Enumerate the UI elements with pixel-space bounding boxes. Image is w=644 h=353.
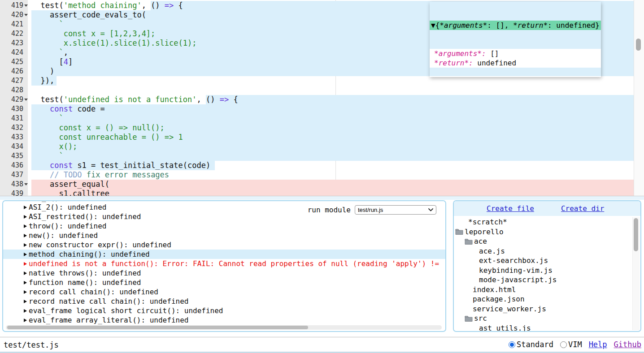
fold-arrow-icon[interactable] bbox=[24, 4, 28, 7]
editor-vertical-scrollbar[interactable] bbox=[634, 0, 644, 196]
test-result-item[interactable]: throw(): undefined bbox=[3, 221, 445, 231]
line-number[interactable]: 427 bbox=[0, 76, 28, 86]
inspector-entry[interactable]: *arguments*: [] bbox=[434, 49, 597, 58]
test-result-item[interactable]: record call chain(): undefined bbox=[3, 287, 445, 297]
file-tree-file[interactable]: index.html bbox=[454, 285, 632, 295]
file-tree-file[interactable]: ast_utils.js bbox=[454, 323, 632, 331]
test-result-item[interactable]: new constructor expr(): undefined bbox=[3, 240, 445, 250]
results-scrollbar-thumb[interactable] bbox=[7, 326, 308, 329]
code-line[interactable]: const x = () => null(); bbox=[28, 123, 634, 133]
file-tree-folder[interactable]: leporello bbox=[454, 227, 632, 237]
fold-arrow-icon[interactable] bbox=[24, 14, 28, 16]
line-number[interactable]: 429 bbox=[0, 95, 28, 104]
inspector-expanded-body: *arguments*: []*return*: undefined bbox=[430, 49, 601, 68]
line-number[interactable]: 424 bbox=[0, 48, 28, 57]
code-line[interactable]: ` bbox=[28, 151, 634, 161]
line-number[interactable]: 422 bbox=[0, 29, 28, 39]
create-dir-link[interactable]: Create dir bbox=[561, 204, 604, 213]
test-result-label: ASI_2(): undefined bbox=[29, 202, 106, 212]
expand-arrow-icon[interactable] bbox=[24, 224, 27, 228]
keybinding-vim-option[interactable]: VIM bbox=[560, 340, 582, 349]
line-number[interactable]: 430 bbox=[0, 104, 28, 114]
test-result-item[interactable]: new(): undefined bbox=[3, 231, 445, 240]
file-tree-folder[interactable]: src bbox=[454, 314, 632, 323]
code-line-text: x(); bbox=[28, 142, 634, 151]
expand-arrow-icon[interactable] bbox=[24, 262, 27, 266]
expand-arrow-icon[interactable] bbox=[24, 243, 27, 247]
test-result-label: eval_frame logical short circuit(): unde… bbox=[29, 306, 223, 315]
file-tree-scrollbar-thumb[interactable] bbox=[634, 218, 638, 251]
expand-arrow-icon[interactable] bbox=[24, 253, 27, 256]
code-line[interactable]: ` bbox=[28, 114, 634, 123]
test-result-item[interactable]: native throws(): undefined bbox=[3, 268, 445, 278]
standard-radio[interactable] bbox=[509, 341, 515, 348]
test-result-item[interactable]: function name(): undefined bbox=[3, 278, 445, 287]
github-link[interactable]: Github bbox=[614, 340, 641, 349]
line-number[interactable]: 435 bbox=[0, 151, 28, 161]
expand-arrow-icon[interactable] bbox=[24, 281, 27, 284]
line-number[interactable]: 426 bbox=[0, 67, 28, 76]
expand-arrow-icon[interactable] bbox=[24, 234, 27, 237]
expand-arrow-icon[interactable] bbox=[24, 319, 27, 322]
expand-arrow-icon[interactable] bbox=[24, 215, 27, 219]
test-result-item[interactable]: undefined is not a function(): Error: FA… bbox=[3, 259, 445, 268]
vim-radio[interactable] bbox=[560, 341, 567, 348]
expand-arrow-icon[interactable] bbox=[24, 271, 27, 275]
line-number[interactable]: 431 bbox=[0, 114, 28, 123]
inspector-collapsed-summary[interactable]: ▼{*arguments*: [], *return*: undefined} bbox=[430, 21, 601, 30]
code-line[interactable]: const unreachable = () => 1 bbox=[28, 133, 634, 142]
code-line[interactable] bbox=[28, 86, 634, 95]
keybinding-standard-option[interactable]: Standard bbox=[509, 340, 553, 349]
file-tree-file[interactable]: keybinding-vim.js bbox=[454, 266, 632, 276]
file-tree-file[interactable]: ext-searchbox.js bbox=[454, 256, 632, 266]
fold-arrow-icon[interactable] bbox=[24, 183, 28, 185]
line-number[interactable]: 436 bbox=[0, 161, 28, 170]
line-number[interactable]: 423 bbox=[0, 39, 28, 48]
file-tree-file[interactable]: ace.js bbox=[454, 246, 632, 256]
code-line[interactable]: const code = bbox=[28, 104, 634, 114]
code-line[interactable]: const s1 = test_initial_state(code) bbox=[28, 161, 634, 170]
code-line[interactable]: test('undefined is not a function', () =… bbox=[28, 95, 634, 104]
code-line[interactable]: }), bbox=[28, 76, 634, 86]
expand-arrow-icon[interactable] bbox=[24, 300, 27, 303]
line-number[interactable]: 421 bbox=[0, 20, 28, 29]
line-number[interactable]: 434 bbox=[0, 142, 28, 151]
line-number[interactable]: 425 bbox=[0, 57, 28, 67]
inspector-entry[interactable]: *return*: undefined bbox=[434, 58, 597, 68]
test-result-label: record call chain(): undefined bbox=[29, 287, 158, 297]
line-number[interactable]: 428 bbox=[0, 86, 28, 95]
code-line[interactable]: s1.calltree bbox=[28, 189, 634, 196]
file-tree-folder[interactable]: ace bbox=[454, 237, 632, 246]
code-line[interactable]: x(); bbox=[28, 142, 634, 151]
test-result-item[interactable]: eval_frame logical short circuit(): unde… bbox=[3, 306, 445, 315]
line-number[interactable]: 438 bbox=[0, 180, 28, 189]
fold-arrow-icon[interactable] bbox=[24, 99, 28, 101]
file-tree-file[interactable]: service_worker.js bbox=[454, 304, 632, 314]
file-tree-file[interactable]: package.json bbox=[454, 294, 632, 304]
test-result-item[interactable]: method chaining(): undefined bbox=[3, 250, 445, 259]
create-file-link[interactable]: Create file bbox=[487, 204, 534, 213]
run-module-select[interactable]: test/run.js bbox=[355, 205, 436, 215]
test-result-item[interactable]: eval_frame array_literal(): undefined bbox=[3, 315, 445, 325]
test-result-label: ASI_restrited(): undefined bbox=[29, 212, 141, 221]
editor-scrollbar-thumb[interactable] bbox=[636, 39, 641, 51]
line-number[interactable]: 439 bbox=[0, 189, 28, 196]
expand-arrow-icon[interactable] bbox=[24, 309, 27, 313]
line-number[interactable]: 437 bbox=[0, 170, 28, 180]
file-tree-file[interactable]: mode-javascript.js bbox=[454, 275, 632, 285]
line-number[interactable]: 432 bbox=[0, 123, 28, 133]
line-number[interactable]: 419 bbox=[0, 1, 28, 10]
line-number-text: 422 bbox=[11, 30, 23, 38]
code-line[interactable]: // TODO fix error messages bbox=[28, 170, 634, 180]
help-link[interactable]: Help bbox=[589, 340, 607, 349]
code-line[interactable]: assert_equal( bbox=[28, 180, 634, 189]
file-tree-file[interactable]: *scratch* bbox=[454, 217, 632, 227]
test-result-item[interactable]: record native call chain(): undefined bbox=[3, 297, 445, 306]
line-number[interactable]: 433 bbox=[0, 133, 28, 142]
line-number[interactable]: 420 bbox=[0, 10, 28, 20]
code-line-text: const code = bbox=[28, 104, 634, 114]
file-tree-scrollbar[interactable] bbox=[632, 217, 640, 330]
results-horizontal-scrollbar[interactable] bbox=[6, 325, 442, 330]
expand-arrow-icon[interactable] bbox=[24, 290, 27, 294]
expand-arrow-icon[interactable] bbox=[24, 206, 27, 209]
